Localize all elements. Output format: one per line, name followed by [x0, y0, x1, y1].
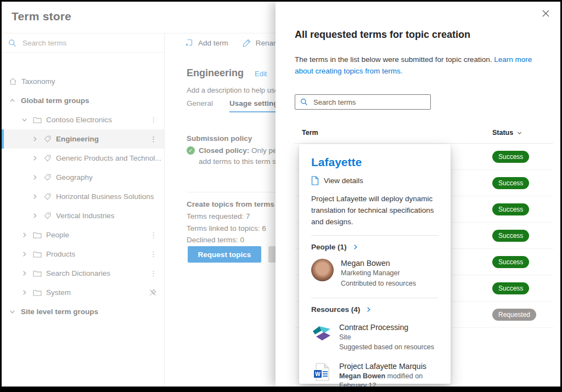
tag-icon [43, 154, 52, 162]
add-term-button[interactable]: Add term [185, 38, 228, 47]
avatar [311, 259, 334, 281]
resource-title: Contract Processing [339, 323, 434, 332]
view-details-label: View details [324, 177, 363, 185]
sidebar-item-label: People [46, 231, 69, 239]
resource-info: Project Lafayette Marquis Megan Bowen mo… [339, 362, 439, 387]
person-note: Contributed to resources [341, 279, 416, 288]
sidebar-item-vertical-industries[interactable]: Vertical Industries [2, 206, 164, 225]
panel-search[interactable] [295, 94, 431, 110]
chevron-right-icon [31, 135, 40, 143]
more-icon[interactable]: ⋮ [150, 116, 157, 124]
search-icon [300, 98, 308, 106]
chevron-right-icon [352, 243, 359, 251]
edit-link[interactable]: Edit [255, 70, 267, 78]
person-name: Megan Bowen [341, 259, 416, 268]
term-set-heading: Engineering Edit [187, 67, 267, 79]
resource-row-site[interactable]: Contract Processing Site Suggested based… [311, 323, 439, 353]
sidebar-item-contoso-electronics[interactable]: Contoso Electronics ⋮ [2, 110, 164, 129]
divider [311, 298, 439, 298]
stat-terms-linked: Terms linked to topics: 6 [187, 224, 266, 232]
resource-subtitle: Site [339, 333, 434, 342]
status-badge: Success [492, 177, 529, 189]
column-header-term[interactable]: Term [302, 129, 318, 137]
check-circle-icon: ✓ [187, 146, 195, 155]
more-icon[interactable]: ⋮ [150, 250, 157, 258]
sidebar-item-search-dictionaries[interactable]: Search Dictionaries ⋮ [2, 264, 164, 283]
term-set-title: Engineering [187, 67, 244, 79]
person-row[interactable]: Megan Bowen Marketing Manager Contribute… [311, 259, 439, 288]
sidebar-item-people[interactable]: People ⋮ [2, 225, 164, 245]
divider [311, 235, 439, 236]
panel-title: All requested terms for topic creation [295, 29, 470, 41]
tag-icon [43, 212, 52, 220]
modified-by-name: Megan Bowen [339, 372, 385, 380]
tag-icon [43, 192, 52, 201]
resource-title: Project Lafayette Marquis [339, 362, 439, 371]
status-badge: Success [492, 230, 529, 242]
chevron-right-icon [21, 289, 29, 296]
document-icon [311, 176, 319, 185]
status-badge: Success [492, 256, 529, 268]
term-set-description-hint: Add a description to help users u [187, 86, 290, 94]
panel-search-input[interactable] [312, 98, 413, 107]
sidebar-item-system[interactable]: System [2, 283, 164, 302]
home-icon [9, 77, 17, 86]
panel-description-text: The terms in the list below were submitt… [295, 55, 494, 64]
sidebar-item-label: Horizontal Business Solutions [56, 192, 154, 201]
term-title: Lafayette [311, 156, 439, 169]
sidebar-item-engineering[interactable]: Engineering ⋮ [2, 129, 164, 149]
more-icon[interactable]: ⋮ [150, 231, 157, 239]
status-badge: Success [492, 203, 529, 215]
sidebar-item-horizontal-business-solutions[interactable]: Horizontal Business Solutions [2, 187, 164, 206]
chevron-right-icon [31, 193, 40, 200]
sidebar-item-generic-products[interactable]: Generic Products and Technol... [2, 149, 164, 168]
tab-general[interactable]: General [187, 99, 213, 112]
people-heading: People (1) [311, 243, 347, 251]
sidebar-item-taxonomy[interactable]: Taxonomy [2, 72, 164, 91]
term-description: Project Lafayette will deploy dynamic tr… [311, 194, 439, 228]
sidebar-item-products[interactable]: Products ⋮ [2, 245, 164, 264]
column-header-status[interactable]: Status [492, 129, 522, 137]
sidebar-item-site-level-term-groups[interactable]: Site level term groups [2, 302, 164, 321]
policy-line2: add terms to this term set. [199, 157, 284, 166]
people-section-header[interactable]: People (1) [311, 243, 439, 251]
chevron-up-icon [9, 97, 17, 104]
sidebar-item-label: Generic Products and Technol... [56, 154, 161, 162]
chevron-right-icon [31, 212, 40, 219]
more-icon[interactable]: ⋮ [150, 269, 157, 277]
term-preview-card: Lafayette View details Project Lafayette… [299, 144, 451, 384]
submission-policy-heading: Submission policy [187, 134, 252, 143]
svg-text:W: W [315, 371, 321, 377]
add-term-icon [185, 38, 194, 47]
status-badge: Requested [492, 309, 536, 321]
unpin-icon[interactable] [149, 288, 157, 297]
person-role: Marketing Manager [341, 269, 416, 278]
add-term-label: Add term [198, 39, 228, 47]
policy-bold: Closed policy: [199, 146, 249, 155]
sidebar-search-input[interactable] [21, 38, 144, 48]
term-store-app: Term store Taxonomy Global term groups C… [2, 2, 560, 387]
folder-icon [33, 231, 42, 238]
status-badge: Success [492, 151, 529, 163]
folder-icon [33, 116, 42, 123]
sidebar-item-geography[interactable]: Geography [2, 168, 164, 187]
sidebar-item-label: Engineering [56, 135, 99, 143]
sidebar-item-label: Global term groups [21, 96, 89, 105]
more-icon[interactable]: ⋮ [150, 135, 157, 143]
chevron-down-icon [21, 116, 29, 123]
resource-note: Suggested based on resources [339, 343, 434, 352]
close-icon[interactable] [539, 7, 552, 19]
panel-description: The terms in the list below were submitt… [295, 54, 544, 77]
view-details-link[interactable]: View details [311, 176, 439, 185]
chevron-right-icon [21, 270, 29, 277]
status-header-label: Status [492, 129, 513, 137]
chevron-right-icon [31, 155, 40, 162]
request-topics-button[interactable]: Request topics [188, 246, 261, 263]
tab-usage-settings[interactable]: Usage settings [229, 99, 282, 112]
sidebar-item-global-term-groups[interactable]: Global term groups [2, 91, 164, 110]
resource-row-document[interactable]: W Project Lafayette Marquis Megan Bowen … [311, 362, 439, 387]
sidebar-search[interactable] [2, 33, 164, 53]
resource-info: Contract Processing Site Suggested based… [339, 323, 434, 353]
tag-icon [43, 173, 52, 181]
resources-section-header[interactable]: Resources (4) [311, 305, 439, 314]
